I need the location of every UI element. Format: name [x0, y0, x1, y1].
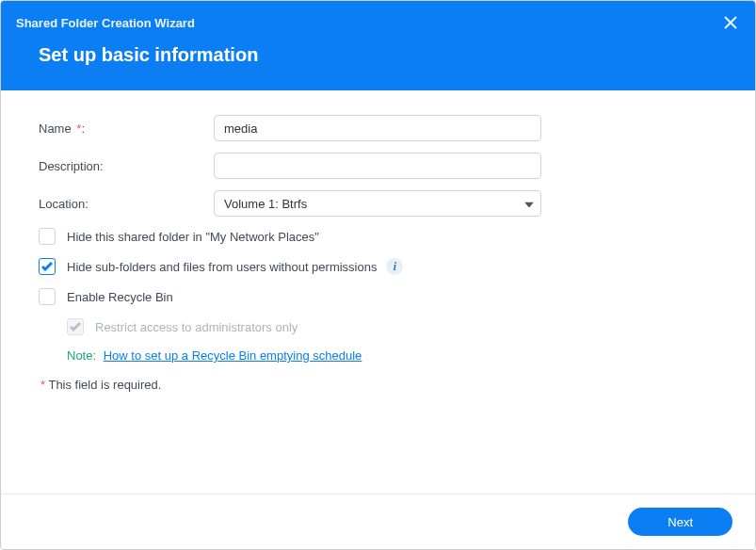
location-select[interactable]: Volume 1: Btrfs: [214, 190, 541, 217]
row-hide-subfolders: Hide sub-folders and files from users wi…: [39, 258, 717, 275]
note-row: Note: How to set up a Recycle Bin emptyi…: [67, 348, 717, 363]
info-icon[interactable]: i: [386, 258, 403, 275]
note-link[interactable]: How to set up a Recycle Bin emptying sch…: [104, 348, 362, 363]
dialog-footer: Next: [1, 493, 755, 549]
close-icon: [724, 16, 737, 29]
label-description: Description:: [39, 159, 214, 173]
label-hide-network: Hide this shared folder in "My Network P…: [67, 230, 319, 244]
titlebar: Shared Folder Creation Wizard: [1, 1, 755, 35]
row-hide-network: Hide this shared folder in "My Network P…: [39, 228, 717, 245]
checkbox-enable-recycle[interactable]: [39, 288, 56, 305]
row-name: Name *:: [39, 115, 717, 141]
checkbox-restrict-admin: [67, 318, 84, 335]
label-enable-recycle: Enable Recycle Bin: [67, 290, 173, 304]
location-select-value: Volume 1: Btrfs: [214, 190, 541, 217]
check-icon: [70, 322, 81, 332]
check-icon: [41, 262, 53, 271]
label-name-text: Name: [39, 121, 72, 136]
required-notice: * This field is required.: [39, 378, 717, 392]
checkbox-hide-subfolders[interactable]: [39, 258, 56, 275]
note-label: Note:: [67, 348, 96, 363]
checkbox-hide-network[interactable]: [39, 228, 56, 245]
label-colon: :: [81, 121, 85, 136]
page-subtitle: Set up basic information: [1, 35, 755, 90]
row-restrict-admin: Restrict access to administrators only: [67, 318, 717, 335]
label-hide-subfolders: Hide sub-folders and files from users wi…: [67, 260, 377, 274]
name-input[interactable]: [214, 115, 541, 141]
row-location: Location: Volume 1: Btrfs: [39, 190, 717, 217]
close-button[interactable]: [721, 13, 740, 32]
window-title: Shared Folder Creation Wizard: [16, 16, 195, 30]
row-enable-recycle: Enable Recycle Bin: [39, 288, 717, 305]
next-button[interactable]: Next: [628, 508, 732, 536]
row-description: Description:: [39, 153, 717, 179]
label-location: Location:: [39, 197, 214, 211]
dialog-body: Name *: Description: Location: Volume 1:…: [1, 90, 755, 493]
description-input[interactable]: [214, 153, 541, 179]
dialog-header: Shared Folder Creation Wizard Set up bas…: [1, 1, 755, 90]
required-notice-text: This field is required.: [45, 378, 161, 392]
label-restrict-admin: Restrict access to administrators only: [95, 320, 298, 334]
wizard-dialog: Shared Folder Creation Wizard Set up bas…: [0, 0, 756, 550]
label-name: Name *:: [39, 121, 214, 136]
